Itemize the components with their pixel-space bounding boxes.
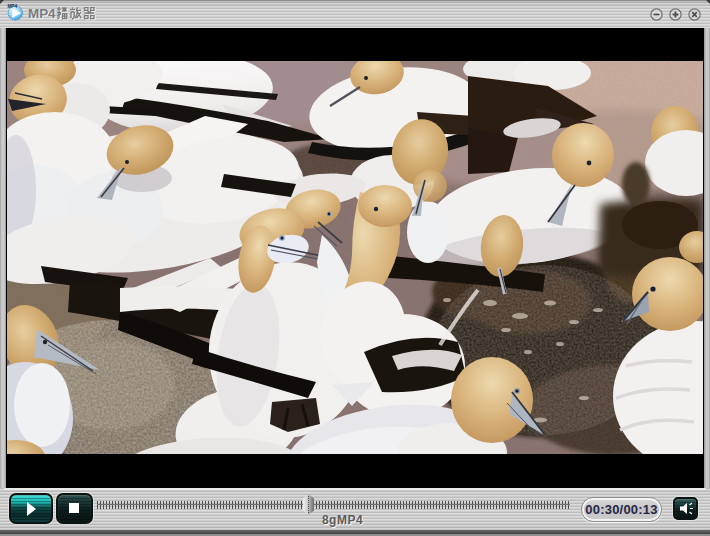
svg-text:MP4: MP4 [28,6,56,21]
svg-text:MP4: MP4 [8,4,18,9]
